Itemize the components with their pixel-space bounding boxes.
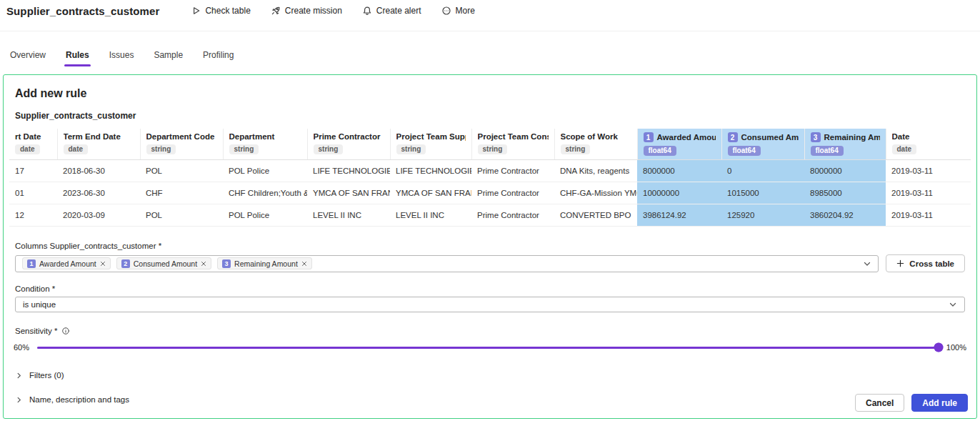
column-header-department-code[interactable]: Department Codestring: [140, 129, 223, 160]
toolbar: Check table Create mission Create alert: [191, 5, 474, 16]
table-cell: Prime Contractor: [471, 204, 554, 227]
filters-section-label: Filters (0): [29, 371, 64, 380]
column-name: Project Team Constit...: [478, 132, 549, 141]
column-header-prime-contractor[interactable]: Prime Contractorstring: [307, 129, 390, 160]
table-cell: LEVEL II INC: [307, 204, 390, 227]
create-alert-button[interactable]: Create alert: [362, 6, 421, 16]
condition-select[interactable]: is unique: [15, 297, 965, 312]
columns-multiselect[interactable]: 1 Awarded Amount 2 Consumed Amount 3 Rem…: [15, 255, 879, 272]
table-cell: POL: [140, 204, 223, 227]
column-header-rt-date[interactable]: rt Datedate: [9, 129, 57, 160]
topbar: Supplier_contracts_customer Check table …: [0, 0, 980, 31]
column-number-badge: 2: [728, 132, 738, 142]
tab-issues[interactable]: Issues: [109, 50, 134, 66]
name-description-section-toggle[interactable]: Name, description and tags: [15, 395, 965, 404]
column-name: 3Remaining Amo...: [811, 132, 880, 142]
columns-row: 1 Awarded Amount 2 Consumed Amount 3 Rem…: [15, 254, 965, 272]
remove-chip-icon[interactable]: [301, 261, 307, 267]
columns-field-label: Columns Supplier_contracts_customer *: [15, 242, 965, 250]
create-mission-button[interactable]: Create mission: [271, 6, 342, 16]
table-cell: 2019-03-11: [886, 204, 971, 227]
column-name: Department: [229, 132, 301, 141]
column-chip-consumed-amount[interactable]: 2 Consumed Amount: [116, 257, 211, 269]
column-chip-awarded-amount[interactable]: 1 Awarded Amount: [22, 257, 111, 269]
sensitivity-handle[interactable]: [934, 343, 943, 352]
table-cell: 3860204.92: [804, 204, 886, 227]
sensitivity-max-label: 100%: [946, 343, 966, 352]
remove-chip-icon[interactable]: [201, 261, 206, 267]
more-circle-icon: [441, 6, 451, 16]
column-header-remaining-amo[interactable]: 3Remaining Amo...float64: [804, 129, 886, 160]
table-cell: 1015000: [721, 182, 804, 204]
table-cell: CHF: [140, 182, 223, 204]
table-cell: 2019-03-11: [886, 160, 971, 182]
table-cell: 2023-06-30: [57, 182, 140, 204]
table-cell: LIFE TECHNOLOGIES C...: [307, 160, 390, 182]
column-name: Date: [892, 132, 966, 141]
column-header-project-team-supplier[interactable]: Project Team Supplierstring: [390, 129, 471, 160]
column-type-chip: string: [229, 144, 259, 154]
table-cell: LIFE TECHNOLOGIES C...: [390, 160, 471, 182]
column-type-chip: float64: [811, 146, 844, 156]
tab-profiling[interactable]: Profiling: [203, 50, 234, 66]
preview-table: rt DatedateTerm End DatedateDepartment C…: [9, 129, 971, 227]
name-description-section-label: Name, description and tags: [29, 395, 129, 404]
column-header-consumed-amo[interactable]: 2Consumed Amo...float64: [721, 129, 804, 160]
remove-chip-icon[interactable]: [100, 261, 106, 267]
column-type-chip: float64: [728, 146, 761, 156]
table-cell: 125920: [721, 204, 804, 227]
chip-label: Awarded Amount: [39, 259, 96, 268]
info-icon[interactable]: [61, 327, 70, 335]
column-name: Scope of Work: [561, 132, 631, 141]
condition-field-label: Condition *: [15, 284, 965, 293]
tab-overview[interactable]: Overview: [10, 50, 46, 66]
table-cell: 2018-06-30: [57, 160, 140, 182]
column-header-department[interactable]: Departmentstring: [223, 129, 307, 160]
cancel-button[interactable]: Cancel: [855, 394, 904, 412]
column-type-chip: date: [15, 144, 40, 154]
chip-label: Consumed Amount: [134, 259, 197, 268]
panel-table-name: Supplier_contracts_customer: [15, 111, 965, 121]
cross-table-button[interactable]: Cross table: [886, 254, 965, 272]
chip-label: Remaining Amount: [234, 259, 298, 268]
column-header-term-end-date[interactable]: Term End Datedate: [57, 129, 140, 160]
column-header-scope-of-work[interactable]: Scope of Workstring: [554, 129, 637, 160]
create-alert-label: Create alert: [376, 6, 421, 16]
table-cell: CHF-GA-Mission YMC...: [554, 182, 637, 204]
table-cell: 01: [9, 182, 57, 204]
column-name: Term End Date: [64, 132, 134, 141]
table-cell: YMCA OF SAN FRANC...: [307, 182, 390, 204]
column-header-date[interactable]: Datedate: [886, 129, 971, 160]
table-cell: POL Police: [223, 204, 307, 227]
column-chip-remaining-amount[interactable]: 3 Remaining Amount: [217, 257, 312, 269]
sensitivity-slider[interactable]: [37, 347, 939, 349]
chip-number-badge: 2: [121, 259, 130, 268]
table-cell: 3986124.92: [637, 204, 721, 227]
sensitivity-label: Sensitivity *: [15, 327, 57, 335]
check-table-button[interactable]: Check table: [191, 6, 250, 16]
sensitivity-label-row: Sensitivity *: [15, 327, 965, 335]
chevron-right-icon: [15, 396, 23, 404]
more-button[interactable]: More: [441, 6, 475, 16]
plus-icon: [896, 259, 904, 267]
create-mission-label: Create mission: [285, 6, 342, 16]
table-cell: CONVERTED BPO: [554, 204, 637, 227]
tab-sample[interactable]: Sample: [154, 50, 183, 66]
column-name: rt Date: [15, 132, 51, 141]
filters-section-toggle[interactable]: Filters (0): [15, 371, 965, 380]
chip-number-badge: 1: [27, 259, 36, 268]
tab-rules[interactable]: Rules: [66, 50, 89, 66]
table-cell: CHF Children;Youth & ...: [223, 182, 307, 204]
table-row: 012023-06-30CHFCHF Children;Youth & ...Y…: [9, 182, 971, 204]
table-cell: POL: [140, 160, 223, 182]
column-name: Department Code: [146, 132, 217, 141]
column-header-awarded-amount[interactable]: 1Awarded Amountfloat64: [637, 129, 721, 160]
table-cell: POL Police: [223, 160, 307, 182]
add-rule-button[interactable]: Add rule: [911, 394, 968, 412]
chip-number-badge: 3: [222, 259, 231, 268]
table-cell: 8000000: [804, 160, 886, 182]
column-header-project-team-constit[interactable]: Project Team Constit...string: [471, 129, 554, 160]
table-cell: 8985000: [804, 182, 886, 204]
table-cell: 12: [9, 204, 57, 227]
column-type-chip: string: [314, 144, 344, 154]
